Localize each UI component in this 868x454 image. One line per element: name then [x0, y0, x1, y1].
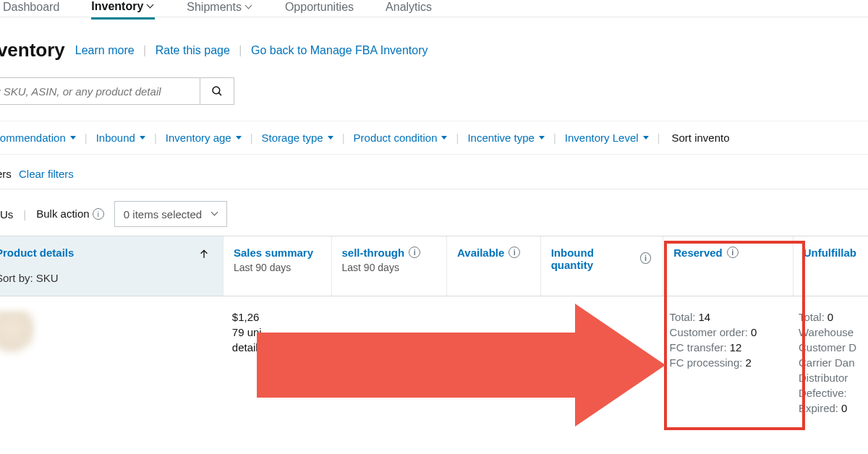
col-sales-summary[interactable]: Sales summary Last 90 days — [224, 236, 332, 296]
info-icon[interactable]: i — [727, 247, 739, 258]
svg-line-1 — [218, 93, 221, 95]
filter-inventory-level[interactable]: Inventory Level — [562, 132, 652, 144]
product-thumbnail — [0, 311, 35, 356]
filter-recommendation[interactable]: ecommendation — [0, 132, 79, 144]
nav-analytics[interactable]: Analytics — [386, 1, 432, 14]
cell-product — [0, 311, 222, 427]
filter-storage-type[interactable]: Storage type — [259, 132, 336, 144]
filter-product-condition[interactable]: Product condition — [351, 132, 451, 144]
chevron-down-icon — [246, 3, 253, 10]
search-bar — [0, 77, 868, 105]
info-icon[interactable]: i — [640, 252, 651, 264]
col-unfulfillable[interactable]: Unfulfillab — [793, 236, 868, 296]
info-icon[interactable]: i — [409, 247, 420, 258]
svg-point-0 — [213, 87, 220, 94]
col-inbound-quantity[interactable]: Inbound quantityi — [541, 236, 664, 296]
nav-shipments[interactable]: Shipments — [187, 1, 253, 14]
arrow-up-icon — [198, 248, 210, 262]
table-header: Product details Sort by: SKU Sales summa… — [0, 236, 868, 296]
divider: | — [143, 44, 146, 56]
caret-down-icon — [70, 136, 76, 140]
chevron-down-icon — [212, 210, 219, 217]
go-back-link[interactable]: Go back to Manage FBA Inventory — [251, 44, 428, 56]
caret-down-icon — [328, 136, 333, 140]
cell-available — [444, 311, 537, 427]
filter-row: ecommendation | Inbound | Inventory age … — [0, 121, 868, 155]
applied-filters: filters Clear filters — [0, 155, 868, 189]
info-icon[interactable]: i — [509, 247, 520, 258]
caret-down-icon — [539, 136, 545, 140]
nav-inventory[interactable]: Inventory — [91, 0, 155, 20]
top-nav: Dashboard Inventory Shipments Opportunit… — [0, 0, 868, 17]
bulk-action-row: SKUs | Bulk action i 0 items selected — [0, 189, 868, 236]
chevron-down-icon — [148, 2, 155, 9]
filter-inbound[interactable]: Inbound — [93, 132, 148, 144]
caret-down-icon — [441, 136, 447, 140]
search-input[interactable] — [0, 77, 200, 105]
items-selected-dropdown[interactable]: 0 items selected — [114, 201, 227, 227]
col-sell-through[interactable]: sell-throughi Last 90 days — [332, 236, 448, 296]
cell-unfulfillable: Total:0 Warehouse Customer D Carrier Dan… — [788, 311, 868, 427]
info-icon[interactable]: i — [93, 208, 104, 220]
cell-inbound — [537, 311, 660, 427]
caret-down-icon — [236, 136, 242, 140]
search-button[interactable] — [200, 77, 234, 105]
col-reserved[interactable]: Reservedi — [663, 236, 793, 296]
nav-dashboard[interactable]: Dashboard — [3, 1, 59, 14]
items-selected-value: 0 items selected — [124, 208, 202, 220]
skus-label: SKUs — [0, 208, 13, 220]
applied-filters-label: filters — [0, 168, 12, 180]
clear-filters-link[interactable]: Clear filters — [19, 168, 74, 180]
filter-inventory-age[interactable]: Inventory age — [163, 132, 244, 144]
nav-shipments-label: Shipments — [187, 1, 242, 14]
cell-reserved: Total:14 Customer order:0 FC transfer:12… — [660, 311, 788, 427]
nav-opportunities[interactable]: Opportunities — [285, 1, 354, 14]
rate-page-link[interactable]: Rate this page — [156, 44, 230, 56]
nav-inventory-label: Inventory — [91, 0, 143, 13]
sort-label[interactable]: Sort invento — [671, 132, 729, 144]
divider: | — [239, 44, 242, 56]
col-product-details[interactable]: Product details Sort by: SKU — [0, 236, 224, 296]
cell-sales: $1,26 79 uni detail — [222, 311, 330, 427]
col-available[interactable]: Availablei — [447, 236, 541, 296]
sort-by-label: Sort by: SKU — [0, 272, 211, 284]
learn-more-link[interactable]: Learn more — [75, 44, 135, 56]
page-header-links: Learn more | Rate this page | Go back to… — [75, 44, 428, 57]
bulk-action-label: Bulk action i — [36, 207, 104, 220]
filter-incentive-type[interactable]: Incentive type — [464, 132, 548, 144]
caret-down-icon — [140, 136, 145, 140]
cell-sell-through — [330, 311, 445, 427]
page-title: nventory — [0, 39, 65, 61]
search-icon — [210, 85, 224, 98]
table-row: $1,26 79 uni detail Total:14 Customer or… — [0, 296, 868, 427]
caret-down-icon — [643, 136, 649, 140]
page-header: nventory Learn more | Rate this page | G… — [0, 20, 868, 69]
